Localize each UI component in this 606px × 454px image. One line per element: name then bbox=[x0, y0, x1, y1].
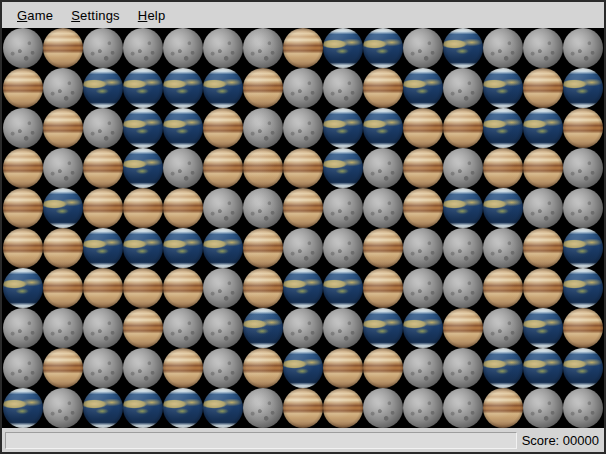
ball-earth[interactable] bbox=[83, 228, 123, 268]
ball-jupiter[interactable] bbox=[43, 228, 83, 268]
ball-earth[interactable] bbox=[323, 108, 363, 148]
ball-moon[interactable] bbox=[283, 68, 323, 108]
ball-jupiter[interactable] bbox=[43, 268, 83, 308]
ball-moon[interactable] bbox=[523, 188, 563, 228]
ball-moon[interactable] bbox=[443, 348, 483, 388]
ball-jupiter[interactable] bbox=[243, 68, 283, 108]
ball-moon[interactable] bbox=[363, 388, 403, 428]
ball-moon[interactable] bbox=[403, 228, 443, 268]
ball-earth[interactable] bbox=[443, 188, 483, 228]
ball-moon[interactable] bbox=[443, 68, 483, 108]
ball-jupiter[interactable] bbox=[323, 388, 363, 428]
ball-jupiter[interactable] bbox=[283, 188, 323, 228]
ball-earth[interactable] bbox=[483, 188, 523, 228]
ball-earth[interactable] bbox=[283, 268, 323, 308]
ball-moon[interactable] bbox=[83, 28, 123, 68]
ball-jupiter[interactable] bbox=[283, 388, 323, 428]
ball-moon[interactable] bbox=[203, 348, 243, 388]
ball-jupiter[interactable] bbox=[243, 268, 283, 308]
ball-moon[interactable] bbox=[243, 28, 283, 68]
ball-moon[interactable] bbox=[283, 308, 323, 348]
ball-jupiter[interactable] bbox=[163, 268, 203, 308]
ball-moon[interactable] bbox=[483, 28, 523, 68]
ball-jupiter[interactable] bbox=[83, 268, 123, 308]
ball-jupiter[interactable] bbox=[483, 148, 523, 188]
ball-earth[interactable] bbox=[283, 348, 323, 388]
ball-earth[interactable] bbox=[563, 68, 603, 108]
ball-earth[interactable] bbox=[363, 28, 403, 68]
ball-earth[interactable] bbox=[123, 68, 163, 108]
ball-moon[interactable] bbox=[203, 188, 243, 228]
ball-moon[interactable] bbox=[3, 308, 43, 348]
ball-earth[interactable] bbox=[323, 268, 363, 308]
ball-jupiter[interactable] bbox=[563, 308, 603, 348]
ball-moon[interactable] bbox=[83, 108, 123, 148]
ball-moon[interactable] bbox=[323, 188, 363, 228]
ball-jupiter[interactable] bbox=[323, 348, 363, 388]
ball-moon[interactable] bbox=[403, 268, 443, 308]
ball-jupiter[interactable] bbox=[243, 348, 283, 388]
ball-jupiter[interactable] bbox=[3, 148, 43, 188]
ball-jupiter[interactable] bbox=[123, 268, 163, 308]
ball-jupiter[interactable] bbox=[443, 308, 483, 348]
ball-jupiter[interactable] bbox=[483, 388, 523, 428]
ball-moon[interactable] bbox=[443, 228, 483, 268]
ball-moon[interactable] bbox=[43, 388, 83, 428]
ball-earth[interactable] bbox=[163, 388, 203, 428]
ball-jupiter[interactable] bbox=[163, 188, 203, 228]
ball-moon[interactable] bbox=[323, 228, 363, 268]
ball-jupiter[interactable] bbox=[3, 228, 43, 268]
ball-moon[interactable] bbox=[363, 188, 403, 228]
ball-earth[interactable] bbox=[83, 68, 123, 108]
ball-moon[interactable] bbox=[403, 348, 443, 388]
ball-earth[interactable] bbox=[203, 228, 243, 268]
ball-jupiter[interactable] bbox=[523, 268, 563, 308]
ball-earth[interactable] bbox=[523, 308, 563, 348]
ball-moon[interactable] bbox=[243, 188, 283, 228]
ball-jupiter[interactable] bbox=[363, 228, 403, 268]
ball-jupiter[interactable] bbox=[363, 268, 403, 308]
ball-moon[interactable] bbox=[163, 308, 203, 348]
ball-earth[interactable] bbox=[123, 108, 163, 148]
ball-jupiter[interactable] bbox=[523, 148, 563, 188]
ball-earth[interactable] bbox=[563, 268, 603, 308]
ball-moon[interactable] bbox=[43, 68, 83, 108]
ball-moon[interactable] bbox=[483, 308, 523, 348]
menu-help[interactable]: Help bbox=[129, 5, 175, 26]
ball-jupiter[interactable] bbox=[123, 188, 163, 228]
ball-earth[interactable] bbox=[563, 228, 603, 268]
ball-moon[interactable] bbox=[443, 268, 483, 308]
ball-moon[interactable] bbox=[203, 268, 243, 308]
ball-moon[interactable] bbox=[243, 108, 283, 148]
ball-moon[interactable] bbox=[403, 28, 443, 68]
ball-jupiter[interactable] bbox=[123, 308, 163, 348]
ball-moon[interactable] bbox=[43, 148, 83, 188]
ball-moon[interactable] bbox=[443, 148, 483, 188]
ball-earth[interactable] bbox=[483, 108, 523, 148]
ball-earth[interactable] bbox=[523, 348, 563, 388]
ball-earth[interactable] bbox=[363, 308, 403, 348]
ball-moon[interactable] bbox=[323, 68, 363, 108]
ball-jupiter[interactable] bbox=[283, 148, 323, 188]
ball-moon[interactable] bbox=[163, 28, 203, 68]
ball-earth[interactable] bbox=[483, 68, 523, 108]
ball-earth[interactable] bbox=[203, 68, 243, 108]
ball-moon[interactable] bbox=[563, 388, 603, 428]
ball-jupiter[interactable] bbox=[283, 28, 323, 68]
ball-earth[interactable] bbox=[43, 188, 83, 228]
menu-settings[interactable]: Settings bbox=[62, 5, 129, 26]
ball-jupiter[interactable] bbox=[43, 348, 83, 388]
ball-jupiter[interactable] bbox=[163, 348, 203, 388]
ball-moon[interactable] bbox=[483, 228, 523, 268]
ball-jupiter[interactable] bbox=[523, 228, 563, 268]
ball-moon[interactable] bbox=[563, 148, 603, 188]
ball-moon[interactable] bbox=[3, 348, 43, 388]
ball-moon[interactable] bbox=[323, 308, 363, 348]
ball-earth[interactable] bbox=[163, 228, 203, 268]
ball-jupiter[interactable] bbox=[83, 148, 123, 188]
ball-earth[interactable] bbox=[363, 108, 403, 148]
ball-earth[interactable] bbox=[323, 148, 363, 188]
ball-jupiter[interactable] bbox=[3, 68, 43, 108]
ball-jupiter[interactable] bbox=[403, 188, 443, 228]
ball-jupiter[interactable] bbox=[363, 348, 403, 388]
